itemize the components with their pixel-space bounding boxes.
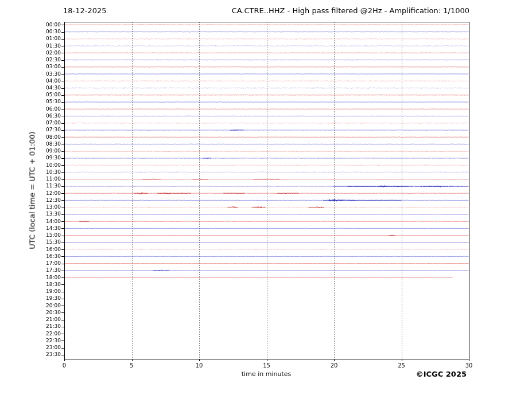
x-tick-label: 5 — [123, 362, 141, 369]
x-tick-label: 30 — [460, 362, 477, 369]
y-tick-label: 19:30 — [38, 295, 61, 302]
helicorder-screen: 18-12-2025 CA.CTRE..HHZ - High pass filt… — [0, 0, 532, 399]
y-tick-label: 21:00 — [38, 316, 61, 323]
y-tick-label: 13:00 — [38, 204, 61, 210]
helicorder-canvas — [0, 0, 532, 399]
y-tick-label: 08:30 — [38, 141, 61, 147]
copyright-text: ©ICGC 2025 — [416, 370, 467, 378]
y-tick-label: 22:00 — [38, 331, 61, 337]
y-tick-label: 23:00 — [38, 345, 61, 351]
y-tick-label: 07:30 — [38, 127, 61, 133]
y-tick-label: 09:00 — [38, 148, 61, 154]
y-tick-label: 23:30 — [38, 351, 61, 358]
y-tick-label: 12:00 — [38, 190, 61, 197]
y-axis-label: UTC (local time = UTC + 01:00) — [28, 131, 37, 249]
y-tick-label: 00:00 — [38, 22, 61, 28]
y-tick-label: 15:00 — [38, 232, 61, 238]
y-tick-label: 11:00 — [38, 176, 61, 182]
x-tick-label: 10 — [191, 362, 208, 369]
y-tick-label: 02:00 — [38, 50, 61, 56]
y-tick-label: 15:30 — [38, 239, 61, 245]
y-tick-label: 18:30 — [38, 281, 61, 288]
y-tick-label: 05:00 — [38, 92, 61, 98]
x-tick-label: 15 — [258, 362, 275, 369]
y-tick-label: 04:00 — [38, 78, 61, 84]
y-tick-label: 14:30 — [38, 225, 61, 232]
x-tick-label: 0 — [56, 362, 73, 369]
record-date: 18-12-2025 — [63, 6, 107, 15]
y-tick-label: 20:00 — [38, 303, 61, 309]
y-tick-label: 01:00 — [38, 36, 61, 42]
y-tick-label: 09:30 — [38, 155, 61, 161]
y-tick-label: 10:30 — [38, 169, 61, 175]
y-tick-label: 19:00 — [38, 288, 61, 295]
y-tick-label: 08:00 — [38, 134, 61, 140]
x-tick-label: 25 — [393, 362, 410, 369]
y-tick-label: 06:00 — [38, 106, 61, 112]
y-tick-label: 10:00 — [38, 162, 61, 169]
y-tick-label: 20:30 — [38, 310, 61, 316]
y-tick-label: 00:30 — [38, 29, 61, 35]
y-tick-label: 05:30 — [38, 99, 61, 105]
y-tick-label: 13:30 — [38, 211, 61, 217]
x-axis-label: time in minutes — [242, 370, 291, 378]
y-tick-label: 04:30 — [38, 85, 61, 91]
y-tick-label: 17:00 — [38, 260, 61, 267]
y-tick-label: 21:30 — [38, 323, 61, 330]
y-tick-label: 17:30 — [38, 267, 61, 273]
y-tick-label: 11:30 — [38, 183, 61, 189]
y-tick-label: 02:30 — [38, 57, 61, 63]
y-tick-label: 18:00 — [38, 275, 61, 281]
y-tick-label: 16:30 — [38, 253, 61, 260]
y-tick-label: 03:30 — [38, 71, 61, 77]
y-tick-label: 12:30 — [38, 197, 61, 204]
y-tick-label: 06:30 — [38, 113, 61, 119]
y-tick-label: 16:00 — [38, 247, 61, 253]
y-tick-label: 07:00 — [38, 120, 61, 126]
y-tick-label: 22:30 — [38, 338, 61, 344]
y-tick-label: 03:00 — [38, 64, 61, 70]
y-tick-label: 01:30 — [38, 43, 61, 49]
x-tick-label: 20 — [325, 362, 343, 369]
y-tick-label: 14:00 — [38, 218, 61, 225]
page-title: CA.CTRE..HHZ - High pass filtered @2Hz -… — [232, 6, 469, 15]
